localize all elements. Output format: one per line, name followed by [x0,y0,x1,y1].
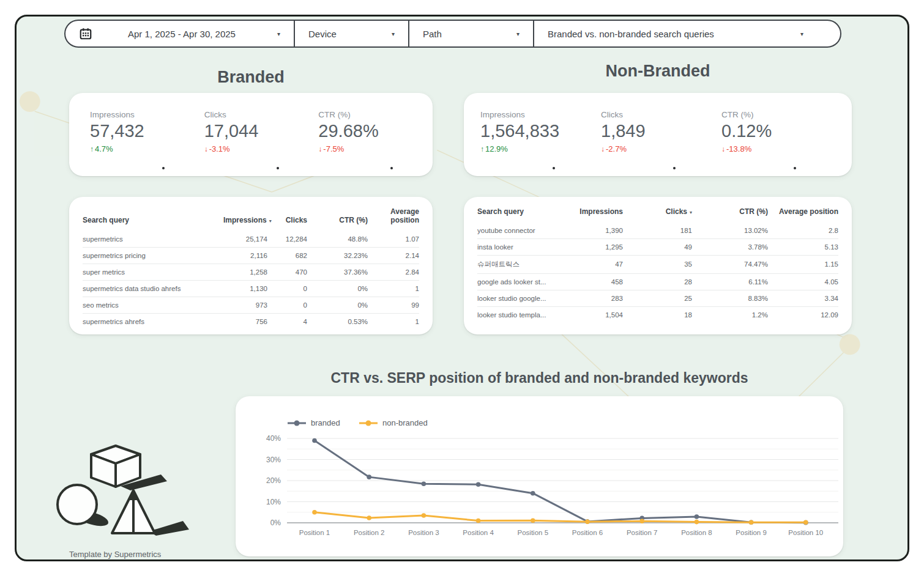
metric-cell: 283 [574,290,623,306]
metric-cell: 3.78% [692,238,768,255]
table-row: supermetrics25,17412,28448.8%1.07 [83,231,419,248]
data-point-non-branded[interactable] [695,520,699,525]
column-header-clicks[interactable]: Clicks▾ [623,205,692,223]
metric-cell: 2.14 [368,247,419,264]
non-branded-scorecards: Impressions1,564,833↑12.9%Clicks1,849↓-2… [464,93,852,176]
scorecard-clicks: Clicks17,044↓-3.1% [204,110,319,176]
data-point-branded[interactable] [476,482,481,487]
metric-cell: 1.2% [692,306,768,323]
non-branded-scorecards-card: Impressions1,564,833↑12.9%Clicks1,849↓-2… [464,93,852,176]
data-point-non-branded[interactable] [531,518,535,523]
metric-cell: 12.09 [768,306,838,323]
column-header-ctr-[interactable]: CTR (%) [307,205,368,231]
x-axis-label: Position 8 [681,529,712,536]
column-header-impressions[interactable]: Impressions▾ [223,205,267,231]
chevron-down-icon: ▾ [277,31,280,37]
calendar-icon [79,27,92,40]
data-point-non-branded[interactable] [639,519,644,523]
metric-cell: 4 [267,313,307,330]
data-point-non-branded[interactable] [476,519,481,523]
device-filter[interactable]: Device ▾ [294,21,408,46]
data-point-non-branded[interactable] [312,510,317,515]
y-axis-label: 0% [270,519,281,527]
data-point-branded[interactable] [695,514,699,519]
metric-cell: 756 [223,313,267,330]
scorecard-delta: ↓-3.1% [204,144,319,153]
legend-item-non-branded[interactable]: non-branded [382,418,428,427]
y-axis-label: 40% [266,434,281,443]
column-header-impressions[interactable]: Impressions [574,205,623,223]
legend-swatch-dot [366,421,371,426]
search-query-cell: google ads looker st... [477,273,574,290]
metric-cell: 18 [623,306,692,323]
metric-cell: 13.02% [692,223,768,239]
non-branded-section-title: Non-Branded [464,62,852,81]
table-row: 슈퍼매트릭스473574.47%1.15 [477,255,838,273]
metric-cell: 181 [623,223,692,239]
trend-down-icon: ↓ [601,145,605,153]
data-point-non-branded[interactable] [422,513,427,518]
metric-cell: 25,174 [223,231,267,248]
sparkline-dot [553,167,555,169]
column-header-average-position[interactable]: Average position [368,205,419,231]
scorecard-impressions: Impressions57,432↑4.7% [90,110,204,176]
metric-cell: 2.8 [768,223,838,239]
sort-descending-icon: ▾ [690,210,692,215]
scorecard-label: Impressions [480,110,601,119]
metric-cell: 973 [223,297,267,313]
table-row: insta looker1,295493.78%5.13 [477,238,838,255]
decor-dot-left [20,91,40,112]
search-query-cell: insta looker [477,238,574,255]
legend-item-branded[interactable]: branded [311,418,340,427]
metric-cell: 0% [307,280,368,297]
search-query-cell: super metrics [83,264,223,280]
search-query-table: Search queryImpressions▾ClicksCTR (%)Ave… [83,205,419,330]
x-axis-label: Position 6 [572,529,603,536]
search-query-table: Search queryImpressionsClicks▾CTR (%)Ave… [477,205,838,323]
metric-cell: 1,258 [223,264,267,280]
scorecard-delta-value: -7.5% [323,144,344,153]
data-point-non-branded[interactable] [585,519,590,524]
chevron-down-icon: ▾ [392,31,395,37]
y-axis-label: 20% [266,476,281,485]
table-row: seo metrics97300%99 [83,297,419,313]
trend-up-icon: ↑ [90,145,94,153]
table-row: super metrics1,25847037.36%2.84 [83,264,419,280]
table-row: supermetrics data studio ahrefs1,13000%1 [83,280,419,297]
metric-cell: 0% [307,297,368,313]
scorecard-ctr-: CTR (%)29.68%↓-7.5% [318,110,433,176]
scorecard-value: 57,432 [90,121,204,141]
metric-cell: 3.34 [768,290,838,306]
metric-cell: 47 [574,255,623,273]
metric-cell: 0.53% [307,313,368,330]
scorecard-delta: ↓-13.8% [721,144,842,153]
metric-cell: 4.05 [768,273,838,290]
branded-search-query-table: Search queryImpressions▾ClicksCTR (%)Ave… [83,205,419,330]
path-filter[interactable]: Path ▾ [408,21,533,46]
data-point-branded[interactable] [422,481,427,486]
scorecard-delta-value: 4.7% [95,144,113,153]
column-header-ctr-[interactable]: CTR (%) [692,205,768,223]
dashboard-frame: Apr 1, 2025 - Apr 30, 2025 ▾ Device ▾ Pa… [15,15,909,561]
column-header-search-query[interactable]: Search query [477,205,574,223]
data-point-non-branded[interactable] [803,520,808,525]
metric-cell: 1,130 [223,280,267,297]
column-header-average-position[interactable]: Average position [768,205,838,223]
date-range-filter[interactable]: Apr 1, 2025 - Apr 30, 2025 ▾ [65,21,294,46]
data-point-non-branded[interactable] [367,515,371,520]
non-branded-search-query-table: Search queryImpressionsClicks▾CTR (%)Ave… [477,205,838,323]
scorecard-label: Clicks [601,110,721,119]
data-point-branded[interactable] [367,474,371,479]
data-point-branded[interactable] [531,491,535,496]
sparkline-dot [277,167,279,169]
column-header-search-query[interactable]: Search query [83,205,223,231]
data-point-branded[interactable] [312,438,317,443]
data-point-non-branded[interactable] [749,520,754,525]
column-header-label: Impressions [579,207,623,216]
metric-cell: 0 [267,297,307,313]
metric-cell: 99 [368,297,419,313]
search-query-cell: supermetrics pricing [83,247,223,264]
metric-cell: 2,116 [223,247,267,264]
column-header-clicks[interactable]: Clicks [267,205,307,231]
query-type-filter[interactable]: Branded vs. non-branded search queries ▾ [533,21,840,46]
